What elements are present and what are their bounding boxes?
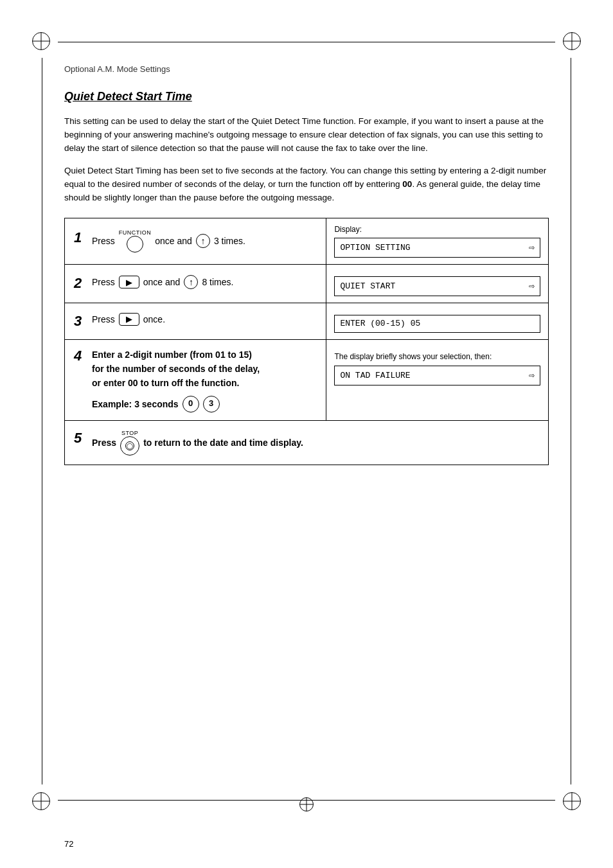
step-3-once: once.	[143, 314, 165, 324]
step-5-instruction-text: to return to the date and time display.	[143, 438, 303, 448]
step-1-once: once and	[155, 236, 192, 246]
step-4-row: 4 Enter a 2-digit number (from 01 to 15)…	[65, 339, 549, 420]
instruction-table: 1 Press FUNCTION once and ↑ 3 times. Dis…	[64, 218, 549, 465]
step-3-instruction: 3 Press ▶ once.	[65, 303, 326, 339]
corner-crosshair-tl	[32, 32, 50, 50]
corner-crosshair-br	[563, 792, 581, 810]
step-5-instruction: 5 Press STOP ◯ to return to the date and…	[65, 420, 549, 465]
stop-button[interactable]: ◯	[120, 436, 139, 456]
border-top	[58, 42, 555, 42]
display-text-3: ENTER (00-15) 05	[340, 319, 420, 328]
page-header: Optional A.M. Mode Settings	[64, 64, 549, 74]
display-label: Display:	[334, 225, 540, 234]
step-4-line3: or enter 00 to turn off the function.	[92, 378, 239, 388]
corner-crosshair-tr	[563, 32, 581, 50]
corner-crosshair-bl	[32, 792, 50, 810]
step-2-number: 2	[74, 275, 87, 292]
step-2-row: 2 Press ▶ once and ↑ 8 times. QUIET STAR…	[65, 264, 549, 303]
up-button-1[interactable]: ↑	[196, 234, 210, 248]
function-label: FUNCTION	[119, 229, 152, 236]
example-num-3[interactable]: 3	[203, 396, 220, 412]
step-2-once: once and	[143, 277, 181, 287]
display-box-3: ENTER (00-15) 05	[334, 315, 540, 333]
step-5-press: Press	[92, 438, 116, 448]
border-bottom	[58, 800, 555, 801]
step-3-number: 3	[74, 313, 87, 330]
paragraph-2: Quiet Detect Start Timing has been set t…	[64, 164, 549, 205]
step-2-times: 8 times.	[202, 277, 233, 287]
example-num-0[interactable]: 0	[182, 396, 199, 412]
section-title: Quiet Detect Start Time	[64, 90, 549, 103]
step-1-number: 1	[74, 229, 87, 246]
step-4-line1: Enter a 2-digit number (from 01 to 15)	[92, 350, 252, 360]
stop-label: STOP	[121, 430, 138, 436]
step-4-text: Enter a 2-digit number (from 01 to 15) f…	[92, 348, 260, 412]
paragraph-1: This setting can be used to delay the st…	[64, 115, 549, 155]
step-2-press: Press	[92, 277, 115, 287]
step-1-row: 1 Press FUNCTION once and ↑ 3 times. Dis…	[65, 218, 549, 264]
page-number: 72	[64, 839, 73, 849]
enter-button-3[interactable]: ▶	[119, 313, 139, 326]
step-1-press: Press	[92, 236, 115, 246]
stop-button-container: STOP ◯	[120, 430, 139, 456]
display-secondary-text: The display briefly shows your selection…	[334, 351, 540, 362]
page-content: Optional A.M. Mode Settings Quiet Detect…	[64, 64, 549, 778]
example-label: Example: 3 seconds	[92, 397, 179, 411]
step-4-line2: for the number of seconds of the delay,	[92, 364, 260, 374]
stop-inner-icon: ◯	[125, 441, 134, 450]
step-3-press: Press	[92, 314, 115, 324]
step-3-display: ENTER (00-15) 05	[326, 303, 549, 339]
display-box-4: ON TAD FAILURE ⇨	[334, 366, 540, 385]
display-arrow-2: ⇨	[529, 280, 535, 292]
display-box-1: OPTION SETTING ⇨	[334, 238, 540, 258]
step-1-times: 3 times.	[214, 236, 245, 246]
step-4-instruction: 4 Enter a 2-digit number (from 01 to 15)…	[65, 339, 326, 420]
display-text-2: QUIET START	[340, 281, 395, 291]
step-5-number: 5	[74, 430, 87, 447]
header-text: Optional A.M. Mode Settings	[64, 64, 170, 74]
display-arrow-1: ⇨	[529, 242, 535, 254]
border-right	[571, 58, 571, 784]
step-1-func-label-container: FUNCTION	[119, 229, 152, 252]
display-text-4: ON TAD FAILURE	[340, 371, 410, 380]
enter-button-2[interactable]: ▶	[119, 276, 139, 288]
border-left	[42, 58, 42, 784]
step-3-row: 3 Press ▶ once. ENTER (00-15) 05	[65, 303, 549, 339]
step-5-row: 5 Press STOP ◯ to return to the date and…	[65, 420, 549, 465]
display-box-2: QUIET START ⇨	[334, 276, 540, 296]
function-button[interactable]	[127, 236, 143, 252]
step-2-instruction: 2 Press ▶ once and ↑ 8 times.	[65, 264, 326, 303]
display-arrow-4: ⇨	[529, 369, 535, 382]
step-4-display: The display briefly shows your selection…	[326, 339, 549, 420]
up-button-2[interactable]: ↑	[184, 275, 198, 289]
step-2-display: QUIET START ⇨	[326, 264, 549, 303]
step-4-number: 4	[74, 348, 87, 364]
step-1-instruction: 1 Press FUNCTION once and ↑ 3 times.	[65, 218, 326, 264]
display-text-1: OPTION SETTING	[340, 243, 410, 252]
step-1-display: Display: OPTION SETTING ⇨	[326, 218, 549, 264]
